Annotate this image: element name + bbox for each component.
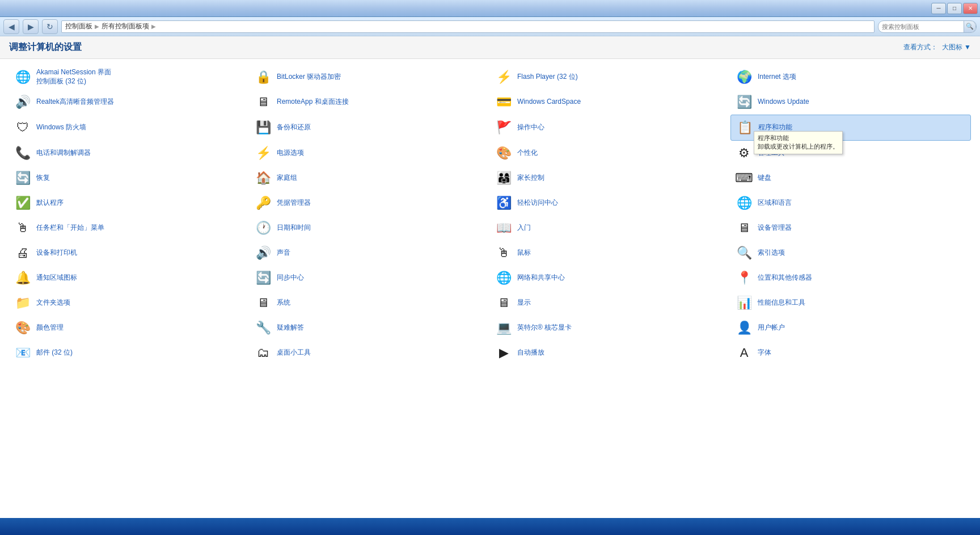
- cp-item-restore[interactable]: 🔄 恢复: [9, 166, 250, 191]
- cp-item-location[interactable]: 📍 位置和其他传感器: [730, 266, 971, 290]
- cp-icon-phone: 📞: [14, 144, 32, 162]
- cp-label-internet: Internet 选项: [758, 73, 796, 82]
- cp-item-devmgr[interactable]: 🖥 设备管理器: [730, 216, 971, 241]
- cp-item-autoplay[interactable]: ▶ 自动播放: [490, 340, 730, 365]
- cp-label-taskbar: 任务栏和「开始」菜单: [36, 224, 104, 233]
- cp-label-gadgets: 桌面小工具: [277, 348, 311, 357]
- cp-item-perf[interactable]: 📊 性能信息和工具: [730, 290, 971, 315]
- cp-item-easyaccess[interactable]: ♿ 轻松访问中心: [490, 191, 730, 216]
- cp-icon-restore: 🔄: [14, 169, 32, 187]
- cp-label-realtek: Realtek高清晰音频管理器: [36, 98, 114, 107]
- cp-item-network[interactable]: 🌐 网络和共享中心: [490, 266, 730, 290]
- cp-item-bitlocker[interactable]: 🔒 BitLocker 驱动器加密: [250, 65, 490, 90]
- cp-item-gadgets[interactable]: 🗂 桌面小工具: [250, 340, 490, 365]
- cp-icon-gadgets: 🗂: [254, 344, 272, 362]
- cp-icon-devices: 🖨: [14, 244, 32, 262]
- cp-item-family[interactable]: 🏠 家庭组: [250, 166, 490, 191]
- cp-item-sync[interactable]: 🔄 同步中心: [250, 266, 490, 290]
- cp-label-sound: 声音: [277, 248, 290, 258]
- forward-button[interactable]: ▶: [23, 19, 39, 34]
- cp-icon-flash: ⚡: [495, 68, 513, 86]
- cp-label-credential: 凭据管理器: [277, 199, 311, 208]
- cp-item-phone[interactable]: 📞 电话和调制解调器: [9, 141, 250, 166]
- cp-item-trouble[interactable]: 🔧 疑难解答: [250, 315, 490, 340]
- cp-icon-akamai: 🌐: [14, 68, 32, 86]
- address-text: 控制面板 ▶ 所有控制面板项 ▶: [65, 22, 156, 31]
- cp-item-indexing[interactable]: 🔍 索引选项: [730, 241, 971, 266]
- cp-icon-default: ✅: [14, 194, 32, 212]
- cp-item-sound[interactable]: 🔊 声音: [250, 241, 490, 266]
- address-part-1[interactable]: 控制面板: [65, 22, 92, 31]
- cp-item-system[interactable]: 🖥 系统: [250, 290, 490, 315]
- maximize-button[interactable]: □: [947, 3, 962, 14]
- cp-icon-backup: 💾: [254, 119, 272, 137]
- cp-label-default: 默认程序: [36, 199, 64, 208]
- view-mode[interactable]: 大图标 ▼: [942, 43, 971, 52]
- cp-item-folder[interactable]: 📁 文件夹选项: [9, 290, 250, 315]
- cp-label-phone: 电话和调制解调器: [36, 149, 91, 158]
- cp-label-notif: 通知区域图标: [36, 273, 77, 283]
- cp-icon-display: 🖥: [495, 294, 513, 312]
- cp-label-datetime: 日期和时间: [277, 224, 311, 233]
- cp-item-font[interactable]: A 字体: [730, 340, 971, 365]
- cp-item-region[interactable]: 🌐 区域和语言: [730, 191, 971, 216]
- cp-item-internet[interactable]: 🌍 Internet 选项: [730, 65, 971, 90]
- cp-item-datetime[interactable]: 🕐 日期和时间: [250, 216, 490, 241]
- cp-label-location: 位置和其他传感器: [758, 273, 812, 283]
- cp-icon-bitlocker: 🔒: [254, 68, 272, 86]
- cp-label-restore: 恢复: [36, 174, 50, 183]
- back-button[interactable]: ◀: [3, 19, 19, 34]
- cp-label-devmgr: 设备管理器: [758, 224, 792, 233]
- cp-icon-region: 🌐: [735, 194, 753, 212]
- cp-label-power: 电源选项: [277, 149, 304, 158]
- cp-item-mouse[interactable]: 🖱 鼠标: [490, 241, 730, 266]
- cp-icon-user: 👤: [735, 319, 753, 337]
- address-bar: ◀ ▶ ↻ 控制面板 ▶ 所有控制面板项 ▶ 🔍: [0, 17, 980, 36]
- taskbar: [0, 518, 980, 535]
- cp-item-devices[interactable]: 🖨 设备和打印机: [9, 241, 250, 266]
- cp-label-winfirewall: Windows 防火墙: [36, 123, 86, 132]
- cp-item-taskbar[interactable]: 🖱 任务栏和「开始」菜单: [9, 216, 250, 241]
- cp-item-color[interactable]: 🎨 颜色管理: [9, 315, 250, 340]
- cp-item-intel[interactable]: 💻 英特尔® 核芯显卡: [490, 315, 730, 340]
- minimize-button[interactable]: ─: [931, 3, 946, 14]
- cp-label-font: 字体: [758, 348, 771, 357]
- cp-item-credential[interactable]: 🔑 凭据管理器: [250, 191, 490, 216]
- search-button[interactable]: 🔍: [964, 20, 976, 33]
- address-right: 🔍: [878, 20, 977, 33]
- cp-item-admtools[interactable]: ⚙ 管理工具: [730, 141, 971, 166]
- search-input[interactable]: [878, 21, 964, 32]
- cp-item-remoteapp[interactable]: 🖥 RemoteApp 和桌面连接: [250, 90, 490, 115]
- cp-item-personalize[interactable]: 🎨 个性化: [490, 141, 730, 166]
- cp-item-mail[interactable]: 📧 邮件 (32 位): [9, 340, 250, 365]
- refresh-button[interactable]: ↻: [42, 19, 58, 34]
- cp-item-getstarted[interactable]: 📖 入门: [490, 216, 730, 241]
- cp-icon-programs: 📋: [736, 119, 754, 137]
- cp-item-default[interactable]: ✅ 默认程序: [9, 191, 250, 216]
- cp-item-parental[interactable]: 👨‍👩‍👧 家长控制: [490, 166, 730, 191]
- cp-item-winfirewall[interactable]: 🛡 Windows 防火墙: [9, 115, 250, 141]
- cp-label-flash: Flash Player (32 位): [517, 73, 578, 82]
- cp-icon-perf: 📊: [735, 294, 753, 312]
- cp-item-realtek[interactable]: 🔊 Realtek高清晰音频管理器: [9, 90, 250, 115]
- cp-item-notif[interactable]: 🔔 通知区域图标: [9, 266, 250, 290]
- cp-item-cardspace[interactable]: 💳 Windows CardSpace: [490, 90, 730, 115]
- cp-item-backup[interactable]: 💾 备份和还原: [250, 115, 490, 141]
- cp-item-user[interactable]: 👤 用户帐户: [730, 315, 971, 340]
- cp-icon-actioncenter: 🚩: [495, 119, 513, 137]
- cp-item-power[interactable]: ⚡ 电源选项: [250, 141, 490, 166]
- view-label: 查看方式：: [903, 43, 937, 52]
- cp-item-winupdate[interactable]: 🔄 Windows Update: [730, 90, 971, 115]
- items-grid: 🌐 Akamai NetSession 界面 控制面板 (32 位) 🔒 Bit…: [9, 65, 971, 365]
- cp-item-flash[interactable]: ⚡ Flash Player (32 位): [490, 65, 730, 90]
- view-options: 查看方式： 大图标 ▼: [903, 43, 971, 52]
- cp-item-keyboard[interactable]: ⌨ 键盘: [730, 166, 971, 191]
- cp-item-akamai[interactable]: 🌐 Akamai NetSession 界面 控制面板 (32 位): [9, 65, 250, 90]
- address-input[interactable]: 控制面板 ▶ 所有控制面板项 ▶: [61, 20, 875, 33]
- address-part-2[interactable]: 所有控制面板项: [102, 22, 149, 31]
- cp-item-actioncenter[interactable]: 🚩 操作中心: [490, 115, 730, 141]
- close-button[interactable]: ✕: [963, 3, 978, 14]
- cp-item-display[interactable]: 🖥 显示: [490, 290, 730, 315]
- page-title: 调整计算机的设置: [9, 41, 82, 53]
- cp-item-programs[interactable]: 📋 程序和功能 程序和功能卸载或更改计算机上的程序。: [730, 115, 971, 141]
